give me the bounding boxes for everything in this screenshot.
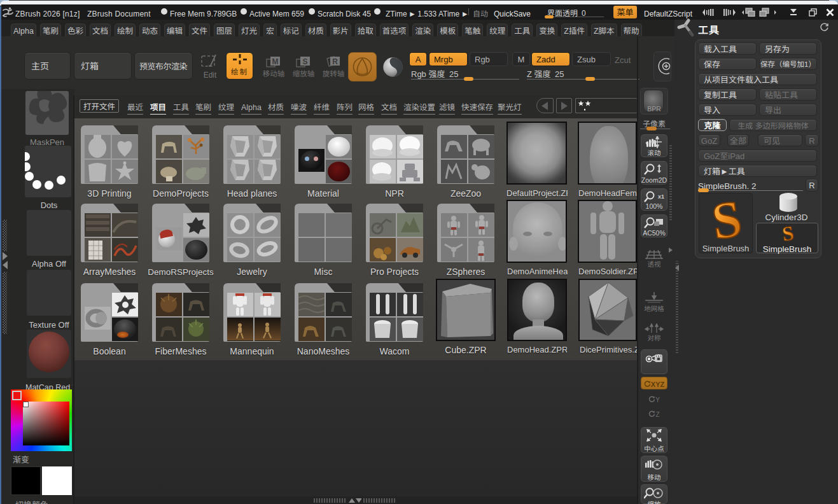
svg-text:S: S	[302, 55, 307, 66]
svg-text:S: S	[781, 223, 795, 243]
svg-text:M: M	[272, 55, 279, 66]
svg-text:R: R	[332, 55, 338, 66]
svg-text:S: S	[708, 194, 745, 242]
svg-text:x1: x1	[658, 192, 664, 200]
